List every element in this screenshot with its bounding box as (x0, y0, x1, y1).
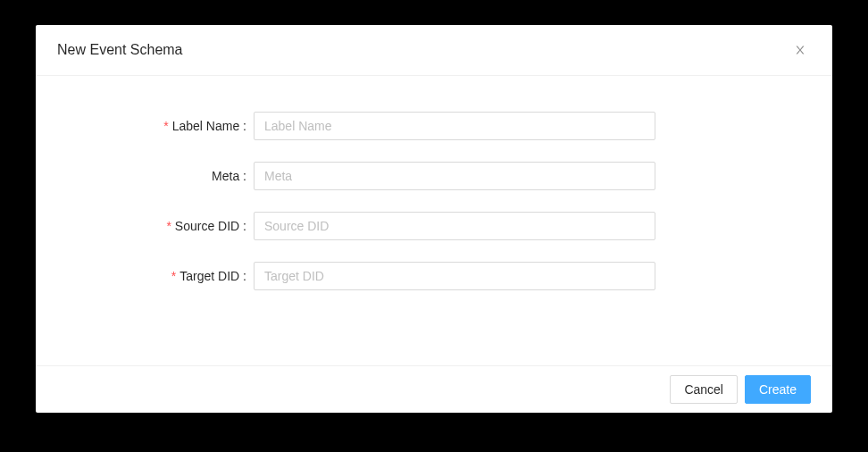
required-mark: * (163, 119, 168, 133)
source-did-input[interactable] (254, 212, 655, 240)
label-name-input[interactable] (254, 112, 655, 140)
label-text: Target DID : (179, 269, 246, 283)
create-button[interactable]: Create (745, 375, 811, 404)
close-button[interactable] (789, 39, 811, 61)
label-name-label: *Label Name : (57, 119, 254, 133)
form-row-target-did: *Target DID : (57, 262, 811, 290)
required-mark: * (171, 269, 176, 283)
meta-input[interactable] (254, 162, 655, 190)
label-text: Source DID : (175, 219, 246, 233)
form-row-label-name: *Label Name : (57, 112, 811, 140)
target-did-input[interactable] (254, 262, 655, 290)
modal-header: New Event Schema (36, 25, 832, 76)
form-row-meta: Meta : (57, 162, 811, 190)
label-text: Meta : (212, 169, 246, 183)
modal-title: New Event Schema (57, 42, 183, 58)
close-icon (794, 44, 806, 56)
new-event-schema-modal: New Event Schema *Label Name : Meta : *S… (36, 25, 832, 413)
cancel-button[interactable]: Cancel (670, 375, 738, 404)
required-mark: * (166, 219, 171, 233)
source-did-label: *Source DID : (57, 219, 254, 233)
label-text: Label Name : (172, 119, 246, 133)
meta-label: Meta : (57, 169, 254, 183)
target-did-label: *Target DID : (57, 269, 254, 283)
form-row-source-did: *Source DID : (57, 212, 811, 240)
modal-body: *Label Name : Meta : *Source DID : *Targ… (36, 76, 832, 365)
modal-footer: Cancel Create (36, 365, 832, 413)
